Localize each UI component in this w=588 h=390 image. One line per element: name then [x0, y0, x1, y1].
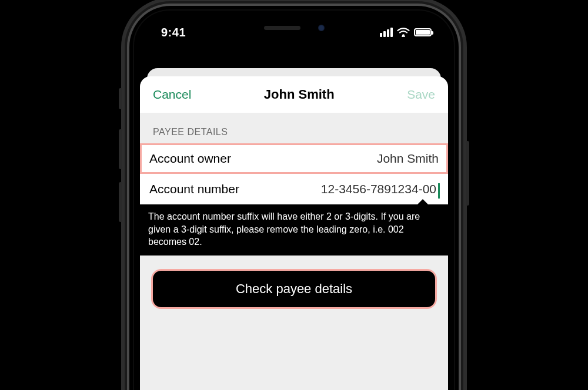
- account-owner-label: Account owner: [149, 152, 231, 166]
- wifi-icon: [397, 28, 410, 37]
- section-header: PAYEE DETAILS: [140, 113, 448, 143]
- account-number-label: Account number: [149, 182, 239, 196]
- phone-frame: 9:41 Cancel John Smith Save: [129, 6, 459, 390]
- cancel-button[interactable]: Cancel: [153, 88, 191, 102]
- account-number-text: 12-3456-7891234-00: [321, 182, 436, 196]
- volume-up-button: [119, 129, 122, 169]
- silence-switch: [119, 88, 122, 109]
- modal-sheet: Cancel John Smith Save PAYEE DETAILS Acc…: [140, 76, 448, 390]
- sheet-navbar: Cancel John Smith Save: [140, 76, 448, 113]
- text-cursor: [438, 183, 440, 199]
- check-payee-details-button[interactable]: Check payee details: [153, 271, 435, 307]
- cellular-icon: [380, 28, 393, 37]
- payee-details-group: Account owner John Smith Account number …: [140, 143, 448, 204]
- battery-icon: [414, 28, 432, 36]
- notch: [220, 16, 368, 39]
- svg-point-0: [402, 34, 405, 36]
- power-button: [466, 141, 469, 206]
- account-number-row[interactable]: Account number 12-3456-7891234-00: [140, 174, 448, 204]
- account-owner-row[interactable]: Account owner John Smith: [140, 143, 448, 174]
- phone-screen: 9:41 Cancel John Smith Save: [140, 16, 448, 390]
- volume-down-button: [119, 182, 122, 222]
- account-owner-value: John Smith: [377, 152, 439, 166]
- suffix-tooltip: The account number suffix will have eith…: [140, 204, 448, 255]
- speaker-grille: [264, 26, 300, 30]
- account-number-value: 12-3456-7891234-00: [321, 182, 439, 196]
- front-camera: [318, 25, 325, 31]
- status-time: 9:41: [161, 26, 186, 39]
- sheet-title: John Smith: [264, 87, 335, 102]
- save-button[interactable]: Save: [407, 88, 435, 102]
